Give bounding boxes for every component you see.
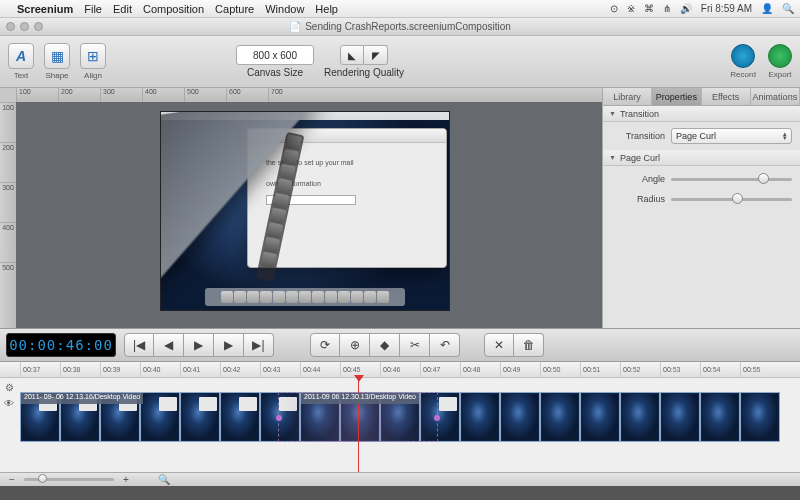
eye-icon[interactable]: 👁 [2, 396, 16, 410]
menu-edit[interactable]: Edit [113, 3, 132, 15]
edit-controls: ⟳ ⊕ ◆ ✂ ↶ [310, 333, 460, 357]
zoom-slider[interactable] [24, 478, 114, 481]
transition-select[interactable]: Page Curl ▴▾ [671, 128, 792, 144]
status-icon[interactable]: ※ [627, 3, 635, 14]
rendering-quality-segment[interactable]: ◣ ◤ [340, 45, 388, 65]
angle-label: Angle [611, 174, 665, 184]
zoom-in-button[interactable]: + [120, 474, 132, 485]
tab-effects[interactable]: Effects [702, 88, 751, 105]
clock[interactable]: Fri 8:59 AM [701, 3, 752, 14]
timeline: 00:3700:3800:3900:4000:4100:4200:4300:44… [0, 362, 800, 486]
track-header-icons: ⚙ 👁 [2, 380, 16, 410]
text-tool[interactable]: A Text [8, 43, 34, 80]
tab-properties[interactable]: Properties [652, 88, 701, 105]
traffic-lights[interactable] [6, 22, 43, 31]
undo-button[interactable]: ↶ [430, 333, 460, 357]
preview-frame[interactable]: the steps to set up your mail owing info… [160, 111, 450, 311]
vertical-ruler: 100200300400500 [0, 102, 16, 328]
menu-bar-right: ⊙ ※ ⌘ ⋔ 🔊 Fri 8:59 AM 👤 🔍 [610, 3, 794, 14]
video-track[interactable]: 2011- 09- 06 12.13.16/Desktop Video 2011… [20, 392, 796, 442]
canvas-area[interactable]: 100200300400500600700 100200300400500 th… [0, 88, 602, 328]
shape-icon: ▦ [51, 48, 64, 64]
tracks-area[interactable]: ⚙ 👁 2011- 09- 06 12.13.16/Desktop Video … [0, 378, 800, 472]
timeline-footer: − + 🔍 [0, 472, 800, 486]
wifi-icon[interactable]: ⋔ [663, 3, 671, 14]
export-icon [768, 44, 792, 68]
cut-button[interactable]: ✕ [484, 333, 514, 357]
step-forward-button[interactable]: ▶ [214, 333, 244, 357]
go-start-button[interactable]: |◀ [124, 333, 154, 357]
canvas-size-label: Canvas Size [247, 67, 303, 78]
toolbar: A Text ▦ Shape ⊞ Align 800 x 600 Canvas … [0, 36, 800, 88]
step-back-button[interactable]: ◀ [154, 333, 184, 357]
record-icon [731, 44, 755, 68]
quality-low-icon: ◣ [348, 50, 356, 61]
mac-menu-bar: Screenium File Edit Composition Capture … [0, 0, 800, 18]
transport-bar: 00:00:46:00 |◀ ◀ ▶ ▶ ▶| ⟳ ⊕ ◆ ✂ ↶ ✕ 🗑 [0, 328, 800, 362]
menu-window[interactable]: Window [265, 3, 304, 15]
split-button[interactable]: ✂ [400, 333, 430, 357]
select-arrows-icon: ▴▾ [783, 132, 787, 140]
zoom-out-button[interactable]: − [6, 474, 18, 485]
main-area: 100200300400500600700 100200300400500 th… [0, 88, 800, 328]
transition-label: Transition [611, 131, 665, 141]
menu-capture[interactable]: Capture [215, 3, 254, 15]
rendering-quality-label: Rendering Quality [324, 67, 404, 78]
transition-section-header[interactable]: Transition [603, 106, 800, 122]
clip-a[interactable]: 2011- 09- 06 12.13.16/Desktop Video [20, 392, 60, 442]
volume-icon[interactable]: 🔊 [680, 3, 692, 14]
app-menu[interactable]: Screenium [17, 3, 73, 15]
radius-slider[interactable] [671, 192, 792, 206]
pagecurl-section-header[interactable]: Page Curl [603, 150, 800, 166]
delete-controls: ✕ 🗑 [484, 333, 544, 357]
time-ruler[interactable]: 00:3700:3800:3900:4000:4100:4200:4300:44… [0, 362, 800, 378]
canvas-size-input[interactable]: 800 x 600 [236, 45, 314, 65]
playback-controls: |◀ ◀ ▶ ▶ ▶| [124, 333, 274, 357]
ruler-corner [0, 88, 16, 102]
zoom-fit-button[interactable]: 🔍 [158, 474, 170, 485]
go-end-button[interactable]: ▶| [244, 333, 274, 357]
timecode-display[interactable]: 00:00:46:00 [6, 333, 116, 357]
menu-file[interactable]: File [84, 3, 102, 15]
clip-b[interactable]: 2011-09 06 12.30.13/Desktop Video [300, 392, 340, 442]
align-icon: ⊞ [87, 48, 99, 64]
mini-dock [205, 288, 405, 306]
properties-panel: Library Properties Effects Animations Tr… [602, 88, 800, 328]
properties-tabs: Library Properties Effects Animations [603, 88, 800, 106]
spotlight-icon[interactable]: 🔍 [782, 3, 794, 14]
status-icon[interactable]: ⊙ [610, 3, 618, 14]
record-button[interactable]: Record [730, 44, 756, 79]
align-tool[interactable]: ⊞ Align [80, 43, 106, 80]
bluetooth-icon[interactable]: ⌘ [644, 3, 654, 14]
tab-animations[interactable]: Animations [751, 88, 800, 105]
menu-bar-left: Screenium File Edit Composition Capture … [6, 3, 338, 15]
menu-composition[interactable]: Composition [143, 3, 204, 15]
user-icon[interactable]: 👤 [761, 3, 773, 14]
menu-help[interactable]: Help [315, 3, 338, 15]
horizontal-ruler: 100200300400500600700 [16, 88, 602, 102]
gear-icon[interactable]: ⚙ [2, 380, 16, 394]
radius-label: Radius [611, 194, 665, 204]
tab-library[interactable]: Library [603, 88, 652, 105]
window-titlebar: 📄 Sending CrashReports.screeniumComposit… [0, 18, 800, 36]
loop-button[interactable]: ⟳ [310, 333, 340, 357]
window-title: Sending CrashReports.screeniumCompositio… [305, 21, 511, 32]
trash-button[interactable]: 🗑 [514, 333, 544, 357]
keyframe-button[interactable]: ◆ [370, 333, 400, 357]
marker-button[interactable]: ⊕ [340, 333, 370, 357]
document-icon: 📄 [289, 21, 301, 32]
export-button[interactable]: Export [768, 44, 792, 79]
shape-tool[interactable]: ▦ Shape [44, 43, 70, 80]
text-icon: A [16, 48, 26, 64]
quality-high-icon: ◤ [372, 50, 380, 61]
page-curl-effect [160, 111, 351, 296]
play-button[interactable]: ▶ [184, 333, 214, 357]
angle-slider[interactable] [671, 172, 792, 186]
